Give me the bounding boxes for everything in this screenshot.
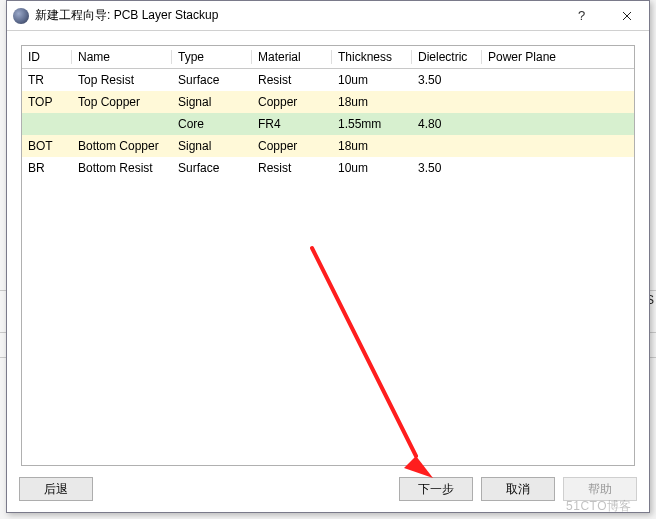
layer-stackup-table-wrap: ID Name Type Material Thickness Dielectr… (21, 45, 635, 466)
help-footer-button[interactable]: 帮助 (563, 477, 637, 501)
col-header-name[interactable]: Name (72, 46, 172, 69)
help-icon: ? (578, 8, 585, 23)
cancel-button[interactable]: 取消 (481, 477, 555, 501)
cell-name[interactable]: Bottom Copper (72, 135, 172, 157)
cell-type[interactable]: Surface (172, 157, 252, 179)
cell-id[interactable]: TR (22, 69, 72, 92)
col-header-material[interactable]: Material (252, 46, 332, 69)
dialog-content: ID Name Type Material Thickness Dielectr… (7, 31, 649, 472)
help-button[interactable]: ? (559, 1, 604, 31)
table-header-row: ID Name Type Material Thickness Dielectr… (22, 46, 634, 69)
back-button[interactable]: 后退 (19, 477, 93, 501)
cell-id[interactable]: BOT (22, 135, 72, 157)
cell-name[interactable] (72, 113, 172, 135)
table-row[interactable]: BRBottom ResistSurfaceResist10um3.50 (22, 157, 634, 179)
cell-dielectric[interactable] (412, 135, 482, 157)
wizard-dialog: 新建工程向导: PCB Layer Stackup ? ID Name (6, 0, 650, 513)
cell-material[interactable]: FR4 (252, 113, 332, 135)
close-icon (622, 11, 632, 21)
cell-type[interactable]: Core (172, 113, 252, 135)
cell-dielectric[interactable]: 3.50 (412, 157, 482, 179)
cell-id[interactable] (22, 113, 72, 135)
col-header-dielectric[interactable]: Dielectric (412, 46, 482, 69)
cell-material[interactable]: Copper (252, 135, 332, 157)
cell-id[interactable]: TOP (22, 91, 72, 113)
cell-thickness[interactable]: 10um (332, 69, 412, 92)
cell-id[interactable]: BR (22, 157, 72, 179)
table-row[interactable]: CoreFR41.55mm4.80 (22, 113, 634, 135)
dialog-footer: 后退 下一步 取消 帮助 (7, 472, 649, 512)
cell-powerplane[interactable] (482, 157, 634, 179)
cell-powerplane[interactable] (482, 69, 634, 92)
col-header-powerplane[interactable]: Power Plane (482, 46, 634, 69)
table-row[interactable]: BOTBottom CopperSignalCopper18um (22, 135, 634, 157)
cell-name[interactable]: Bottom Resist (72, 157, 172, 179)
cell-thickness[interactable]: 18um (332, 135, 412, 157)
cell-thickness[interactable]: 10um (332, 157, 412, 179)
cell-type[interactable]: Signal (172, 91, 252, 113)
cell-material[interactable]: Copper (252, 91, 332, 113)
cell-name[interactable]: Top Resist (72, 69, 172, 92)
close-button[interactable] (604, 1, 649, 31)
cell-powerplane[interactable] (482, 113, 634, 135)
cell-type[interactable]: Surface (172, 69, 252, 92)
app-icon (13, 8, 29, 24)
cell-type[interactable]: Signal (172, 135, 252, 157)
cell-dielectric[interactable] (412, 91, 482, 113)
cell-dielectric[interactable]: 4.80 (412, 113, 482, 135)
cell-thickness[interactable]: 18um (332, 91, 412, 113)
titlebar: 新建工程向导: PCB Layer Stackup ? (7, 1, 649, 31)
cell-thickness[interactable]: 1.55mm (332, 113, 412, 135)
cell-material[interactable]: Resist (252, 157, 332, 179)
table-row[interactable]: TOPTop CopperSignalCopper18um (22, 91, 634, 113)
col-header-type[interactable]: Type (172, 46, 252, 69)
layer-stackup-table[interactable]: ID Name Type Material Thickness Dielectr… (22, 46, 634, 179)
cell-name[interactable]: Top Copper (72, 91, 172, 113)
cell-dielectric[interactable]: 3.50 (412, 69, 482, 92)
col-header-id[interactable]: ID (22, 46, 72, 69)
window-title: 新建工程向导: PCB Layer Stackup (35, 7, 218, 24)
cell-powerplane[interactable] (482, 91, 634, 113)
next-button[interactable]: 下一步 (399, 477, 473, 501)
col-header-thickness[interactable]: Thickness (332, 46, 412, 69)
cell-material[interactable]: Resist (252, 69, 332, 92)
table-row[interactable]: TRTop ResistSurfaceResist10um3.50 (22, 69, 634, 92)
cell-powerplane[interactable] (482, 135, 634, 157)
